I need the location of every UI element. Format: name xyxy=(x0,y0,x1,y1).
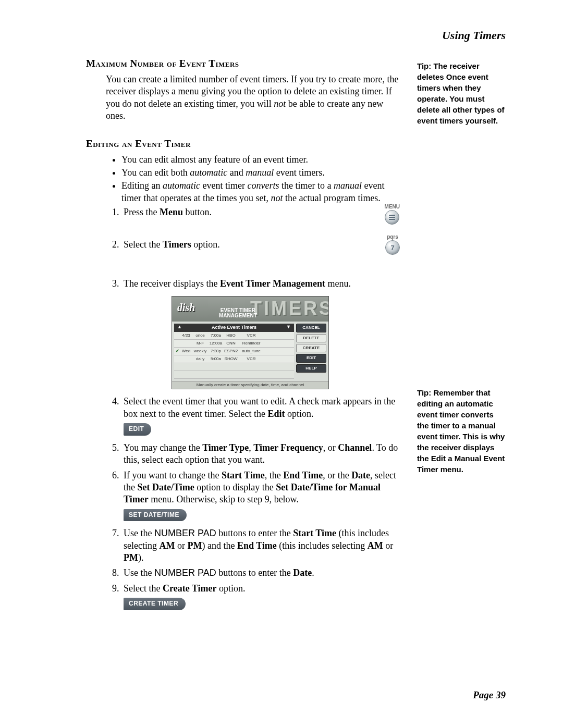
cell: 7:00a xyxy=(209,333,223,338)
cell: 4/23 xyxy=(180,333,192,338)
cell: SHOW xyxy=(223,356,239,362)
sidebar-tips: Tip: The receiver deletes Once event tim… xyxy=(414,58,506,616)
text: Select the xyxy=(124,583,163,594)
text: . xyxy=(312,567,314,578)
text: event timer xyxy=(200,180,247,191)
text-bold: AM xyxy=(368,540,383,551)
hamburger-icon xyxy=(389,215,395,220)
text: Use the xyxy=(124,567,154,578)
cell: Reminder xyxy=(239,341,264,346)
step-1: Press the Menu button. xyxy=(121,206,400,218)
text: option. xyxy=(216,583,245,594)
step-9: Select the Create Timer option. CREATE T… xyxy=(121,583,400,613)
step-4: Select the event timer that you want to … xyxy=(121,396,400,438)
text: The receiver displays the xyxy=(124,278,220,289)
text: option. xyxy=(285,409,313,419)
table-header: ▲ Active Event Timers ▼ xyxy=(174,324,294,332)
screenshot-header: dish TIMERS EVENT TIMER MANAGEMENT xyxy=(172,297,328,322)
screenshot-body: ▲ Active Event Timers ▼ 4/23 once 7:00a xyxy=(172,322,328,381)
text-bold: PM xyxy=(124,552,138,563)
text-italic: automatic xyxy=(163,180,200,191)
text: option. xyxy=(191,239,220,250)
text-italic: not xyxy=(274,98,286,109)
down-arrow-icon: ▼ xyxy=(286,324,291,330)
step-6: If you want to change the Start Time, th… xyxy=(121,470,400,525)
cell: weekly xyxy=(192,349,209,354)
text: the timer to a xyxy=(279,180,333,191)
cell: VCR xyxy=(239,356,264,362)
cell: 12:00a xyxy=(209,341,223,346)
cell: 5:00a xyxy=(209,356,223,362)
text-bold: Start Time xyxy=(222,470,265,480)
text-bold: Start Time xyxy=(293,528,336,538)
text: You can edit both xyxy=(121,167,190,178)
cell: VCR xyxy=(239,333,264,338)
create-button: CREATE xyxy=(296,344,326,352)
cell: HBO xyxy=(223,333,239,338)
tip-1: Tip: The receiver deletes Once event tim… xyxy=(417,60,506,126)
bullet-item: You can edit both automatic and manual e… xyxy=(121,167,400,179)
page: Using Timers MENU pqrs 7 Maximum Number … xyxy=(0,0,563,728)
text: , the xyxy=(265,470,284,480)
text: ) and the xyxy=(202,540,237,551)
text: buttons to enter the xyxy=(216,567,293,578)
text-bold: End Time xyxy=(283,470,323,480)
help-button: HELP xyxy=(296,364,326,373)
editing-steps: Press the Menu button. Select the Timers… xyxy=(106,206,400,613)
cell: CNN xyxy=(223,341,239,346)
delete-button: DELETE xyxy=(296,334,326,342)
text-bold: Timer Type xyxy=(202,442,249,453)
text: Use the xyxy=(124,528,154,538)
text: event timers. xyxy=(274,167,324,178)
event-timer-management-screenshot: dish TIMERS EVENT TIMER MANAGEMENT ▲ xyxy=(172,296,329,389)
text: option to display the xyxy=(194,482,276,492)
text: buttons to enter the xyxy=(216,528,293,538)
cancel-button: CANCEL xyxy=(296,324,326,332)
dish-logo: dish xyxy=(177,301,195,314)
text: or xyxy=(383,540,394,551)
page-header-title: Using Timers xyxy=(86,29,506,42)
table-row: ✔ Wed weekly 7:30p ESPN2 auto_tune xyxy=(174,348,294,355)
main-column: MENU pqrs 7 Maximum Number of Event Time… xyxy=(86,58,400,616)
text-sans: NUMBER PAD xyxy=(154,528,216,538)
section-heading-editing: Editing an Event Timer xyxy=(86,138,400,150)
cell: M-F xyxy=(192,341,209,346)
check-cell: ✔ xyxy=(174,349,180,354)
menu-icon-label: MENU xyxy=(385,204,400,209)
cell: auto_tune xyxy=(239,349,264,354)
text: ). xyxy=(138,552,144,563)
create-timer-pill-button: CREATE TIMER xyxy=(124,598,186,610)
text: If you want to change the xyxy=(124,470,222,480)
text-bold: Channel xyxy=(338,442,372,453)
text-bold: Edit xyxy=(267,409,285,419)
content-columns: MENU pqrs 7 Maximum Number of Event Time… xyxy=(86,58,506,616)
text: and xyxy=(227,167,246,178)
screenshot-buttons: CANCEL DELETE CREATE EDIT HELP xyxy=(296,324,326,379)
edit-pill-button: EDIT xyxy=(124,423,151,436)
table-row: M-F 12:00a CNN Reminder xyxy=(174,340,294,348)
up-arrow-icon: ▲ xyxy=(177,324,182,330)
cell: daily xyxy=(192,356,209,362)
text-bold: Timers xyxy=(163,239,191,250)
text-bold: Event Timer Management xyxy=(220,278,325,289)
cell: Wed xyxy=(180,349,192,354)
timers-title-graphic: TIMERS xyxy=(250,297,328,321)
step-5: You may change the Timer Type, Timer Fre… xyxy=(121,442,400,466)
cell: 7:30p xyxy=(209,349,223,354)
text-bold: Set Date/Time xyxy=(138,482,194,492)
step-2: Select the Timers option. xyxy=(121,239,400,251)
text: Press the xyxy=(124,207,160,217)
text-italic: manual xyxy=(246,167,274,178)
menu-round-button xyxy=(385,210,399,225)
text-bold: Timer Frequency xyxy=(253,442,323,453)
max-timers-paragraph: You can create a limited number of event… xyxy=(106,73,400,122)
step-7: Use the NUMBER PAD buttons to enter the … xyxy=(121,527,400,564)
text: Select the xyxy=(124,239,163,250)
table-header-label: Active Event Timers xyxy=(212,325,256,330)
text: the actual program times. xyxy=(283,193,380,203)
step-3: The receiver displays the Event Timer Ma… xyxy=(121,278,400,389)
text-bold: End Time xyxy=(237,540,277,551)
text: menu. xyxy=(325,278,351,289)
step-8: Use the NUMBER PAD buttons to enter the … xyxy=(121,567,400,579)
screenshot-subtitle: EVENT TIMER MANAGEMENT xyxy=(219,308,257,318)
